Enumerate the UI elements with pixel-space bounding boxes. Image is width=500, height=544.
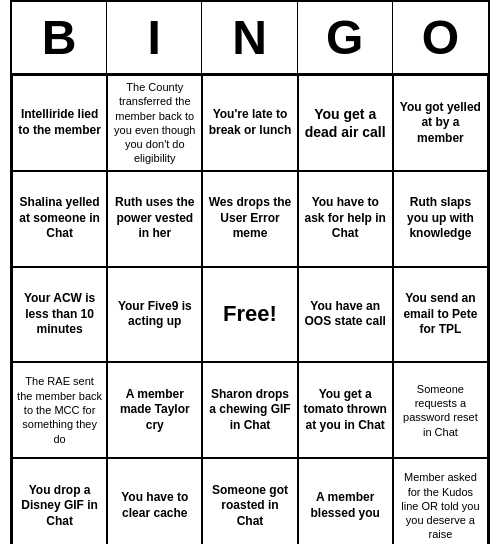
bingo-cell-16[interactable]: A member made Taylor cry — [107, 362, 202, 458]
bingo-cell-17[interactable]: Sharon drops a chewing GIF in Chat — [202, 362, 297, 458]
bingo-cell-10[interactable]: Your ACW is less than 10 minutes — [12, 267, 107, 363]
bingo-letter-i: I — [107, 2, 202, 73]
bingo-cell-14[interactable]: You send an email to Pete for TPL — [393, 267, 488, 363]
bingo-cell-7[interactable]: Wes drops the User Error meme — [202, 171, 297, 267]
bingo-cell-24[interactable]: Member asked for the Kudos line OR told … — [393, 458, 488, 544]
bingo-cell-22[interactable]: Someone got roasted in Chat — [202, 458, 297, 544]
bingo-card: BINGO Intelliride lied to the memberThe … — [10, 0, 490, 544]
bingo-grid: Intelliride lied to the memberThe County… — [12, 75, 488, 544]
bingo-cell-6[interactable]: Ruth uses the power vested in her — [107, 171, 202, 267]
bingo-cell-21[interactable]: You have to clear cache — [107, 458, 202, 544]
bingo-letter-b: B — [12, 2, 107, 73]
bingo-cell-19[interactable]: Someone requests a password reset in Cha… — [393, 362, 488, 458]
bingo-cell-5[interactable]: Shalina yelled at someone in Chat — [12, 171, 107, 267]
bingo-cell-23[interactable]: A member blessed you — [298, 458, 393, 544]
bingo-cell-3[interactable]: You get a dead air call — [298, 75, 393, 171]
bingo-cell-0[interactable]: Intelliride lied to the member — [12, 75, 107, 171]
bingo-cell-11[interactable]: Your Five9 is acting up — [107, 267, 202, 363]
bingo-cell-2[interactable]: You're late to break or lunch — [202, 75, 297, 171]
bingo-cell-12[interactable]: Free! — [202, 267, 297, 363]
bingo-cell-18[interactable]: You get a tomato thrown at you in Chat — [298, 362, 393, 458]
bingo-cell-9[interactable]: Ruth slaps you up with knowledge — [393, 171, 488, 267]
bingo-cell-20[interactable]: You drop a Disney GIF in Chat — [12, 458, 107, 544]
bingo-cell-13[interactable]: You have an OOS state call — [298, 267, 393, 363]
bingo-letter-g: G — [298, 2, 393, 73]
bingo-cell-1[interactable]: The County transferred the member back t… — [107, 75, 202, 171]
bingo-cell-15[interactable]: The RAE sent the member back to the MCC … — [12, 362, 107, 458]
bingo-header: BINGO — [12, 2, 488, 75]
bingo-cell-8[interactable]: You have to ask for help in Chat — [298, 171, 393, 267]
bingo-letter-o: O — [393, 2, 488, 73]
bingo-cell-4[interactable]: You got yelled at by a member — [393, 75, 488, 171]
bingo-letter-n: N — [202, 2, 297, 73]
